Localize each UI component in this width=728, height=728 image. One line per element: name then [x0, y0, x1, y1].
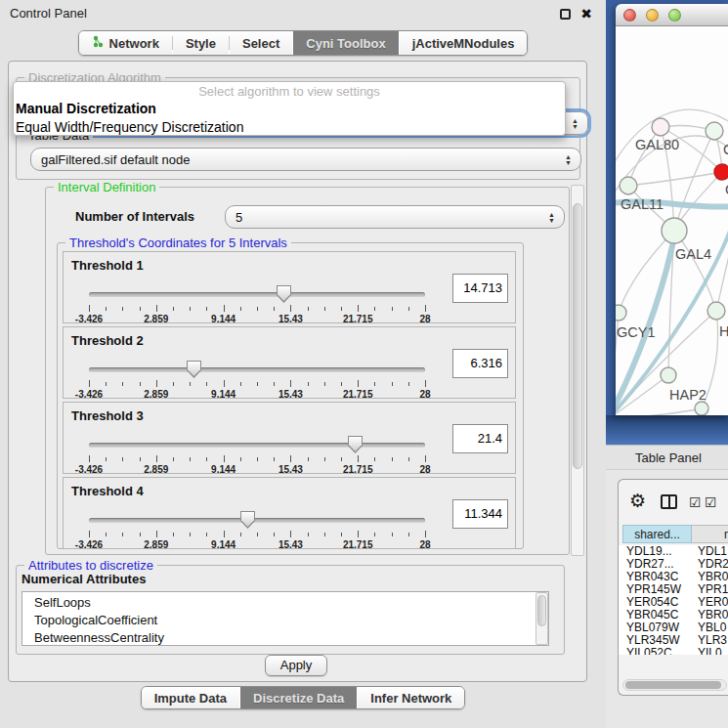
table-row[interactable]: YER054CYER0: [619, 596, 728, 609]
tab-network[interactable]: Network: [79, 31, 172, 55]
slider[interactable]: -3.4262.8599.14415.4321.71528: [89, 432, 425, 475]
slider-track[interactable]: [89, 443, 425, 448]
slider-thumb[interactable]: [240, 511, 255, 529]
column-header-name[interactable]: n: [692, 525, 728, 543]
tick-label: 9.144: [211, 314, 236, 324]
network-node[interactable]: [706, 122, 723, 140]
tab-select[interactable]: Select: [230, 31, 292, 55]
horizontal-scrollbar[interactable]: [622, 679, 727, 691]
attribute-list-item[interactable]: BetweennessCentrality: [22, 629, 548, 646]
slider[interactable]: -3.4262.8599.14415.4321.71528: [89, 507, 425, 550]
tick-label: -3.426: [75, 314, 103, 324]
cell-shared-name: YDR27...: [619, 558, 688, 571]
cell-name: YDR2: [688, 558, 728, 571]
table-panel-toolbar: ⚙ ☑ ☑: [619, 480, 728, 525]
cell-name: YER0: [688, 596, 728, 609]
network-node[interactable]: [714, 164, 728, 180]
slider-thumb[interactable]: [187, 361, 201, 378]
scrollbar-thumb[interactable]: [625, 681, 721, 689]
close-traffic-light-icon[interactable]: [623, 9, 636, 21]
split-columns-icon[interactable]: [661, 494, 677, 509]
tick-mark: [290, 305, 291, 312]
slider-thumb[interactable]: [277, 285, 291, 303]
network-node[interactable]: [661, 367, 676, 383]
checkbox-icon[interactable]: ☑: [705, 494, 717, 510]
slider[interactable]: -3.4262.8599.14415.4321.71528: [89, 357, 425, 400]
bottom-tab-bar: Impute DataDiscretize DataInfer Network: [0, 686, 606, 709]
tick-mark: [341, 533, 342, 536]
attributes-list-scrollbar[interactable]: [535, 592, 548, 645]
network-node[interactable]: [695, 402, 708, 415]
threshold-value-field[interactable]: 14.713: [452, 274, 508, 303]
tick-mark: [156, 455, 157, 462]
attribute-list-item[interactable]: TopologicalCoefficient: [22, 612, 548, 629]
minimize-traffic-light-icon[interactable]: [646, 9, 659, 21]
tick-mark: [257, 307, 258, 311]
slider-track[interactable]: [89, 518, 425, 523]
tick-mark: [89, 531, 90, 537]
number-of-intervals-combobox[interactable]: 5 ▲▼: [225, 205, 565, 229]
network-node[interactable]: [707, 302, 725, 320]
tick-mark: [425, 380, 426, 387]
tick-mark: [274, 307, 275, 311]
network-node[interactable]: [652, 118, 669, 136]
tick-mark: [274, 457, 275, 461]
scrollbar-thumb[interactable]: [537, 595, 546, 626]
apply-button[interactable]: Apply: [265, 655, 327, 676]
close-icon[interactable]: ✖: [580, 5, 592, 22]
table-row[interactable]: YBL079WYBL0: [619, 621, 728, 634]
threshold-panel: Threshold 3-3.4262.8599.14415.4321.71528…: [63, 402, 516, 474]
network-node[interactable]: [662, 218, 687, 243]
table-row[interactable]: YIL052CYIL0: [619, 647, 728, 655]
tick-mark: [190, 457, 191, 461]
float-window-icon[interactable]: [560, 9, 571, 20]
threshold-value-field[interactable]: 11.344: [452, 499, 508, 529]
tick-mark: [308, 382, 309, 386]
popup-option-manual-discretization[interactable]: Manual Discretization: [14, 100, 565, 118]
slider[interactable]: -3.4262.8599.14415.4321.71528: [89, 281, 425, 324]
slider-track[interactable]: [89, 367, 425, 372]
column-header-shared[interactable]: shared...: [622, 525, 692, 543]
network-node[interactable]: [620, 177, 637, 194]
tab-infer-network[interactable]: Infer Network: [358, 687, 464, 708]
checkbox-icon[interactable]: ☑: [689, 494, 702, 510]
cell-name: YLR3: [688, 634, 728, 647]
table-row[interactable]: YBR045CYBR0: [619, 609, 728, 621]
tick-mark: [173, 533, 174, 536]
tick-mark: [358, 531, 359, 537]
gear-icon[interactable]: ⚙: [629, 490, 646, 513]
tick-mark: [324, 382, 325, 386]
tab-impute-data[interactable]: Impute Data: [142, 687, 239, 708]
panel-vertical-scrollbar[interactable]: [571, 185, 584, 556]
zoom-traffic-light-icon[interactable]: [668, 9, 681, 21]
tab-jactivemnodules[interactable]: jActiveMNodules: [400, 31, 528, 55]
tick-mark: [140, 457, 141, 461]
slider-track[interactable]: [89, 292, 425, 297]
table-row[interactable]: YLR345WYLR3: [619, 634, 728, 647]
table-row[interactable]: YDL19...YDL1: [619, 545, 728, 558]
table-row[interactable]: YBR043CYBR0: [619, 571, 728, 583]
tick-mark: [156, 305, 157, 312]
tab-style[interactable]: Style: [173, 31, 229, 55]
numerical-attributes-list[interactable]: SelfLoopsTopologicalCoefficientBetweenne…: [21, 591, 549, 646]
tick-label: 28: [419, 389, 430, 400]
tick-mark: [173, 382, 174, 386]
network-canvas[interactable]: GAL80GACGAL11GAL4GCY1HHAP2: [616, 26, 728, 415]
tick-mark: [392, 533, 393, 536]
network-node[interactable]: [616, 305, 626, 321]
slider-thumb[interactable]: [348, 436, 363, 453]
popup-option-equal-width-frequency[interactable]: Equal Width/Frequency Discretization: [14, 118, 565, 137]
table-row[interactable]: YDR27...YDR2: [619, 558, 728, 571]
tick-mark: [274, 382, 275, 386]
tab-cyni-toolbox[interactable]: Cyni Toolbox: [293, 31, 398, 55]
threshold-value-field[interactable]: 6.316: [452, 349, 508, 378]
table-data-combobox[interactable]: galFiltered.sif default node ▲▼: [30, 148, 581, 171]
numerical-attributes-title: Numerical Attributes: [21, 572, 146, 586]
attribute-list-item[interactable]: SelfLoops: [22, 594, 548, 612]
tick-label: 15.43: [278, 464, 303, 475]
scrollbar-thumb[interactable]: [573, 203, 582, 469]
tab-discretize-data[interactable]: Discretize Data: [240, 687, 357, 708]
threshold-value-field[interactable]: 21.4: [452, 424, 508, 453]
table-row[interactable]: YPR145WYPR1: [619, 583, 728, 596]
tick-mark: [190, 533, 191, 536]
